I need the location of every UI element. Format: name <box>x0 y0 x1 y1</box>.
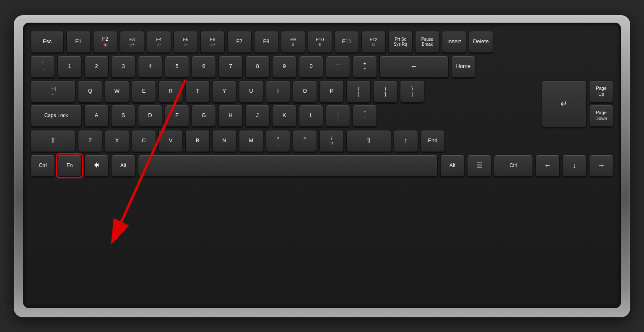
key-t[interactable]: T <box>185 81 210 102</box>
key-n[interactable]: N <box>212 130 236 152</box>
row-shift: ⇧ Z X C V B N M <, >. /? ⇧ ↑ End <box>31 130 613 152</box>
key-o[interactable]: O <box>293 81 317 102</box>
key-capslock[interactable]: Caps Lock <box>31 105 82 127</box>
key-j[interactable]: J <box>245 105 270 127</box>
key-b[interactable]: B <box>185 130 210 152</box>
key-win[interactable]: ✱ <box>84 155 109 177</box>
key-delete[interactable]: Delete <box>469 31 493 53</box>
keyboard-outer: Esc F1 F2🔇 F3△+ F4△- F5☼- F6☼+ F7 F8 F9⊖… <box>14 15 630 317</box>
key-fn[interactable]: Fn <box>57 155 82 177</box>
key-rctrl[interactable]: Ctrl <box>494 155 533 177</box>
key-q[interactable]: Q <box>78 81 102 102</box>
key-2[interactable]: 2 <box>84 56 109 78</box>
key-f6[interactable]: F6☼+ <box>200 31 225 53</box>
key-5[interactable]: 5 <box>165 56 189 78</box>
key-l[interactable]: L <box>299 105 323 127</box>
key-f12[interactable]: F12□ <box>361 31 386 53</box>
key-down[interactable]: ↓ <box>562 155 587 177</box>
key-f11[interactable]: F11 <box>335 31 359 53</box>
key-e[interactable]: E <box>132 81 156 102</box>
key-minus[interactable]: —= <box>326 56 350 78</box>
key-f1[interactable]: F1 <box>66 31 91 53</box>
key-semicolon[interactable]: :; <box>326 105 350 127</box>
key-c[interactable]: C <box>132 130 156 152</box>
key-backslash[interactable]: \| <box>400 81 424 102</box>
key-v[interactable]: V <box>158 130 183 152</box>
key-8[interactable]: 8 <box>245 56 270 78</box>
key-slash[interactable]: /? <box>319 130 344 152</box>
key-w[interactable]: W <box>105 81 129 102</box>
key-lctrl[interactable]: Ctrl <box>31 155 55 177</box>
key-r[interactable]: R <box>158 81 183 102</box>
key-right[interactable]: → <box>589 155 613 177</box>
key-quote[interactable]: "' <box>353 105 377 127</box>
key-lalt[interactable]: Alt <box>111 155 135 177</box>
key-comma[interactable]: <, <box>266 130 290 152</box>
key-lbracket[interactable]: {[ <box>346 81 371 102</box>
key-period[interactable]: >. <box>293 130 317 152</box>
row-numbers: `~ 1 2 3 4 5 6 7 8 9 0 —= += ← Home <box>31 56 613 78</box>
key-rshift[interactable]: ⇧ <box>346 130 391 152</box>
key-backtick[interactable]: `~ <box>31 56 55 78</box>
key-enter[interactable]: ↵ <box>542 81 587 127</box>
key-a[interactable]: A <box>84 105 109 127</box>
key-s[interactable]: S <box>111 105 135 127</box>
key-menu[interactable]: ☰ <box>467 155 491 177</box>
key-f[interactable]: F <box>165 105 189 127</box>
key-m[interactable]: M <box>239 130 263 152</box>
key-up[interactable]: ↑ <box>394 130 418 152</box>
key-f3[interactable]: F3△+ <box>120 31 144 53</box>
key-x[interactable]: X <box>105 130 129 152</box>
key-k[interactable]: K <box>272 105 296 127</box>
key-f4[interactable]: F4△- <box>147 31 171 53</box>
enter-and-nav: ↵ PageUp PageDown <box>542 81 613 127</box>
key-equals[interactable]: += <box>353 56 377 78</box>
key-g[interactable]: G <box>192 105 216 127</box>
key-f7[interactable]: F7 <box>227 31 252 53</box>
key-pagedown[interactable]: PageDown <box>589 105 613 127</box>
row-ctrl: Ctrl Fn ✱ Alt Alt ☰ Ctrl ← ↓ → <box>31 155 613 177</box>
key-end[interactable]: End <box>421 130 445 152</box>
key-esc[interactable]: Esc <box>31 31 64 53</box>
key-d[interactable]: D <box>138 105 162 127</box>
row-tab-enter-group: →|← Q W E R T Y U I O P {[ }] \| <box>31 81 613 127</box>
key-ralt[interactable]: Alt <box>440 155 465 177</box>
nav-col: PageUp PageDown <box>589 81 613 127</box>
keyboard-body: Esc F1 F2🔇 F3△+ F4△- F5☼- F6☼+ F7 F8 F9⊖… <box>23 23 621 308</box>
key-6[interactable]: 6 <box>192 56 216 78</box>
key-f9[interactable]: F9⊖ <box>281 31 305 53</box>
key-insert[interactable]: Insert <box>442 31 466 53</box>
key-p[interactable]: P <box>319 81 344 102</box>
key-f5[interactable]: F5☼- <box>174 31 198 53</box>
key-7[interactable]: 7 <box>218 56 243 78</box>
row-fn: Esc F1 F2🔇 F3△+ F4△- F5☼- F6☼+ F7 F8 F9⊖… <box>31 31 613 53</box>
row-tab: →|← Q W E R T Y U I O P {[ }] \| <box>31 81 539 102</box>
key-0[interactable]: 0 <box>299 56 323 78</box>
key-4[interactable]: 4 <box>138 56 162 78</box>
key-i[interactable]: I <box>266 81 290 102</box>
key-9[interactable]: 9 <box>272 56 296 78</box>
key-space[interactable] <box>138 155 438 177</box>
key-pause[interactable]: PauseBreak <box>415 31 439 53</box>
key-f8[interactable]: F8 <box>254 31 278 53</box>
keyboard-rows: Esc F1 F2🔇 F3△+ F4△- F5☼- F6☼+ F7 F8 F9⊖… <box>31 31 613 299</box>
key-z[interactable]: Z <box>78 130 102 152</box>
enter-col: ↵ <box>542 81 587 127</box>
key-rbracket[interactable]: }] <box>373 81 397 102</box>
key-f2[interactable]: F2🔇 <box>93 31 117 53</box>
key-pageup[interactable]: PageUp <box>589 81 613 102</box>
key-u[interactable]: U <box>239 81 263 102</box>
key-lshift[interactable]: ⇧ <box>31 130 75 152</box>
key-f10[interactable]: F10⊕ <box>308 31 332 53</box>
key-backspace[interactable]: ← <box>379 56 449 78</box>
key-tab[interactable]: →|← <box>31 81 75 102</box>
key-3[interactable]: 3 <box>111 56 135 78</box>
key-left[interactable]: ← <box>535 155 560 177</box>
key-y[interactable]: Y <box>212 81 236 102</box>
key-h[interactable]: H <box>218 105 243 127</box>
key-home[interactable]: Home <box>451 56 475 78</box>
row-caps: Caps Lock A S D F G H J K L :; "' <box>31 105 539 127</box>
key-1[interactable]: 1 <box>57 56 82 78</box>
key-prtsc[interactable]: Prt ScSys Rq <box>388 31 413 53</box>
